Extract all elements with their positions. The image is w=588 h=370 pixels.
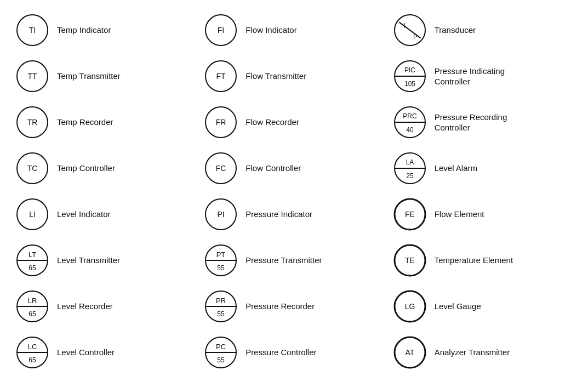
instrument-item: TR Temp Recorder	[11, 102, 199, 143]
instrument-label: Temp Controller	[57, 163, 115, 174]
instrument-symbol: AT	[393, 335, 427, 369]
instrument-label: Level Controller	[57, 347, 115, 358]
instrument-label: Flow Indicator	[246, 25, 296, 36]
instrument-symbol: PC 55	[204, 335, 238, 369]
instrument-item: LA 25 Level Alarm	[389, 148, 577, 189]
instrument-label: Analyzer Transmitter	[435, 347, 510, 358]
instrument-item: LG Level Gauge	[389, 286, 577, 327]
svg-text:PC: PC	[216, 343, 226, 351]
svg-text:105: 105	[404, 80, 415, 88]
svg-text:PIC: PIC	[404, 66, 415, 74]
instrument-symbol: PR 55	[204, 289, 238, 323]
instrument-label: Level Indicator	[57, 209, 111, 220]
instrument-symbol: I P	[393, 13, 427, 47]
instrument-label: Pressure Transmitter	[246, 255, 322, 266]
instrument-symbol: TI	[15, 13, 49, 47]
svg-text:LC: LC	[28, 343, 37, 351]
instrument-item: LI Level Indicator	[11, 194, 199, 235]
svg-text:65: 65	[28, 356, 36, 364]
instrument-label: Pressure RecordingController	[435, 112, 507, 133]
svg-text:55: 55	[218, 310, 225, 318]
instrument-item: PI Pressure Indicator	[199, 194, 388, 235]
instrument-item: PC 55 Pressure Controller	[199, 332, 388, 370]
instrument-symbol: LG	[393, 289, 427, 323]
instrument-symbol: TE	[393, 243, 427, 277]
instrument-label: Temp Transmitter	[57, 71, 121, 82]
instrument-symbol: TR	[15, 105, 49, 139]
instrument-grid: TI Temp Indicator FI Flow Indicator I P …	[11, 10, 577, 370]
instrument-item: I P Transducer	[389, 10, 577, 50]
instrument-label: Level Transmitter	[57, 255, 120, 266]
svg-text:LG: LG	[404, 302, 415, 311]
instrument-label: Flow Controller	[246, 163, 301, 174]
instrument-label: Pressure Controller	[246, 347, 316, 358]
svg-text:FT: FT	[216, 72, 226, 81]
instrument-symbol: PIC 105	[393, 59, 427, 93]
instrument-symbol: PT 55	[204, 243, 238, 277]
instrument-label: Temp Indicator	[57, 25, 111, 36]
instrument-item: FC Flow Controller	[199, 148, 388, 189]
instrument-item: TT Temp Transmitter	[11, 56, 199, 96]
svg-text:LA: LA	[406, 158, 414, 166]
instrument-item: LR 65 Level Recorder	[11, 286, 199, 327]
svg-text:40: 40	[406, 126, 414, 134]
svg-text:TE: TE	[405, 256, 415, 265]
instrument-label: Flow Recorder	[246, 117, 299, 128]
svg-text:55: 55	[218, 264, 225, 272]
instrument-item: PR 55 Pressure Recorder	[199, 286, 388, 327]
svg-text:FI: FI	[218, 26, 224, 35]
instrument-symbol: LA 25	[393, 151, 427, 185]
svg-text:55: 55	[218, 356, 225, 364]
instrument-item: FI Flow Indicator	[199, 10, 388, 50]
svg-text:TI: TI	[29, 26, 36, 35]
instrument-symbol: LC 65	[15, 335, 49, 369]
instrument-symbol: PRC 40	[393, 105, 427, 139]
instrument-symbol: FC	[204, 151, 238, 185]
instrument-label: Flow Transmitter	[246, 71, 306, 82]
svg-text:FC: FC	[216, 164, 226, 173]
instrument-symbol: LI	[15, 197, 49, 231]
instrument-symbol: FT	[204, 59, 238, 93]
instrument-label: Pressure Recorder	[246, 301, 315, 312]
instrument-label: Flow Element	[435, 209, 484, 220]
svg-text:LR: LR	[28, 297, 37, 305]
instrument-symbol: LT 65	[15, 243, 49, 277]
instrument-item: PT 55 Pressure Transmitter	[199, 240, 388, 281]
svg-text:AT: AT	[405, 348, 414, 357]
instrument-item: TI Temp Indicator	[11, 10, 199, 50]
instrument-label: Level Recorder	[57, 301, 113, 312]
instrument-item: FT Flow Transmitter	[199, 56, 388, 96]
instrument-label: Pressure IndicatingController	[435, 66, 505, 87]
svg-text:TR: TR	[27, 118, 38, 127]
instrument-item: TC Temp Controller	[11, 148, 199, 189]
svg-text:PT: PT	[216, 251, 226, 259]
instrument-label: Level Gauge	[435, 301, 481, 312]
svg-text:65: 65	[28, 310, 36, 318]
instrument-symbol: FI	[204, 13, 238, 47]
svg-text:25: 25	[406, 172, 414, 180]
svg-text:I: I	[403, 22, 405, 30]
instrument-label: Level Alarm	[435, 163, 477, 174]
instrument-item: FE Flow Element	[389, 194, 577, 235]
svg-text:LI: LI	[29, 210, 36, 219]
svg-text:P: P	[413, 33, 418, 41]
svg-text:LT: LT	[28, 251, 36, 259]
svg-text:TC: TC	[27, 164, 38, 173]
svg-text:PI: PI	[218, 210, 225, 219]
instrument-item: TE Temperature Element	[389, 240, 577, 281]
instrument-symbol: FE	[393, 197, 427, 231]
instrument-label: Temperature Element	[435, 255, 513, 266]
svg-text:FE: FE	[405, 210, 415, 219]
svg-text:PR: PR	[216, 297, 226, 305]
instrument-item: FR Flow Recorder	[199, 102, 388, 143]
svg-text:65: 65	[28, 264, 36, 272]
instrument-symbol: TT	[15, 59, 49, 93]
svg-text:PRC: PRC	[403, 112, 417, 120]
instrument-item: PRC 40 Pressure RecordingController	[389, 102, 577, 143]
instrument-symbol: TC	[15, 151, 49, 185]
instrument-label: Pressure Indicator	[246, 209, 312, 220]
instrument-item: AT Analyzer Transmitter	[389, 332, 577, 370]
instrument-symbol: LR 65	[15, 289, 49, 323]
instrument-label: Transducer	[435, 25, 476, 36]
instrument-symbol: FR	[204, 105, 238, 139]
